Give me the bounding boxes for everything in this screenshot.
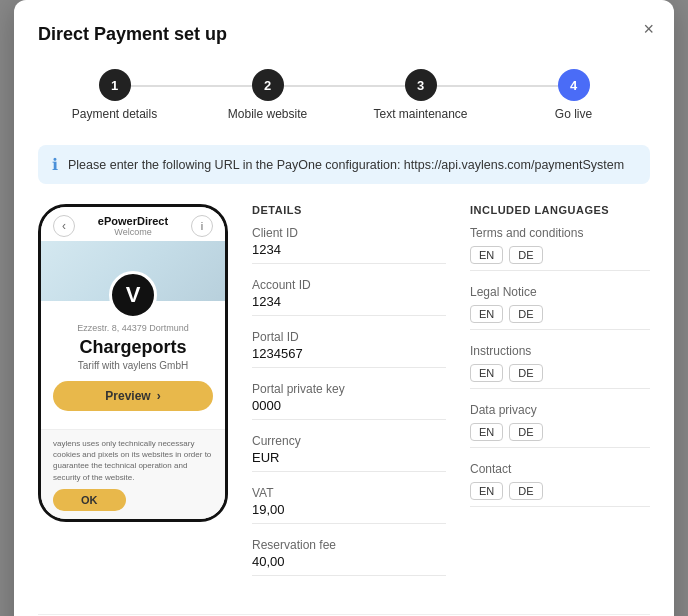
detail-value: 1234567 [252,346,446,368]
lang-button[interactable]: DE [509,482,542,500]
lang-items: Terms and conditions ENDE Legal Notice E… [470,226,650,507]
phone-footer-text: vaylens uses only technically necessary … [53,438,213,483]
detail-value: 1234 [252,294,446,316]
detail-label: VAT [252,486,446,500]
detail-value: 1234 [252,242,446,264]
detail-item: Account ID 1234 [252,278,446,316]
modal-title: Direct Payment set up [38,24,650,45]
close-button[interactable]: × [643,20,654,38]
detail-value: 0000 [252,398,446,420]
lang-buttons: ENDE [470,482,650,507]
phone-mockup-container: ‹ ePowerDirect Welcome i V Ezzestr. 8, 4… [38,204,228,590]
phone-mockup: ‹ ePowerDirect Welcome i V Ezzestr. 8, 4… [38,204,228,522]
detail-item: Portal ID 1234567 [252,330,446,368]
phone-title-area: ePowerDirect Welcome [98,215,168,237]
lang-buttons: ENDE [470,364,650,389]
lang-item-label: Instructions [470,344,650,358]
lang-item-label: Legal Notice [470,285,650,299]
detail-value: 19,00 [252,502,446,524]
info-icon: ℹ [52,155,58,174]
phone-app-name: ePowerDirect [98,215,168,227]
step-3: 3 Text maintenance [344,69,497,121]
lang-item: Legal Notice ENDE [470,285,650,330]
modal-container: Direct Payment set up × 1 Payment detail… [14,0,674,616]
step-1-circle: 1 [99,69,131,101]
lang-item-label: Contact [470,462,650,476]
step-4: 4 Go live [497,69,650,121]
lang-buttons: ENDE [470,423,650,448]
languages-section: INCLUDED LANGUAGES Terms and conditions … [470,204,650,590]
detail-label: Portal private key [252,382,446,396]
phone-logo: V [109,271,157,319]
step-3-label: Text maintenance [373,107,467,121]
lang-button[interactable]: EN [470,423,503,441]
lang-item: Data privacy ENDE [470,403,650,448]
details-items: Client ID 1234 Account ID 1234 Portal ID… [252,226,446,576]
phone-welcome: Welcome [98,227,168,237]
details-header: DETAILS [252,204,446,216]
phone-image-area: V [41,241,225,301]
phone-info-icon: i [191,215,213,237]
phone-preview-button[interactable]: Preview › [53,381,213,411]
stepper: 1 Payment details 2 Mobile website 3 Tex… [38,69,650,121]
detail-value: EUR [252,450,446,472]
lang-button[interactable]: EN [470,305,503,323]
lang-item: Contact ENDE [470,462,650,507]
lang-item-label: Data privacy [470,403,650,417]
lang-button[interactable]: EN [470,246,503,264]
detail-item: VAT 19,00 [252,486,446,524]
lang-button[interactable]: DE [509,246,542,264]
lang-buttons: ENDE [470,305,650,330]
phone-back-icon: ‹ [53,215,75,237]
step-4-circle: 4 [558,69,590,101]
lang-item-label: Terms and conditions [470,226,650,240]
detail-label: Account ID [252,278,446,292]
step-2: 2 Mobile website [191,69,344,121]
detail-label: Portal ID [252,330,446,344]
lang-button[interactable]: DE [509,305,542,323]
step-2-circle: 2 [252,69,284,101]
languages-header: INCLUDED LANGUAGES [470,204,650,216]
lang-buttons: ENDE [470,246,650,271]
lang-item: Terms and conditions ENDE [470,226,650,271]
main-content: ‹ ePowerDirect Welcome i V Ezzestr. 8, 4… [38,204,650,590]
step-1-label: Payment details [72,107,157,121]
detail-value: 40,00 [252,554,446,576]
phone-ok-button[interactable]: OK [53,489,126,511]
step-4-label: Go live [555,107,592,121]
phone-footer: vaylens uses only technically necessary … [41,429,225,519]
phone-tariff: Tariff with vaylens GmbH [53,360,213,371]
lang-button[interactable]: DE [509,364,542,382]
lang-button[interactable]: EN [470,482,503,500]
detail-item: Reservation fee 40,00 [252,538,446,576]
detail-label: Reservation fee [252,538,446,552]
step-3-circle: 3 [405,69,437,101]
detail-item: Currency EUR [252,434,446,472]
lang-button[interactable]: EN [470,364,503,382]
lang-button[interactable]: DE [509,423,542,441]
phone-station-name: Chargeports [53,337,213,358]
phone-body: Ezzestr. 8, 44379 Dortmund Chargeports T… [41,301,225,421]
banner-text: Please enter the following URL in the Pa… [68,158,624,172]
step-2-label: Mobile website [228,107,307,121]
phone-header: ‹ ePowerDirect Welcome i [41,207,225,241]
detail-label: Client ID [252,226,446,240]
info-banner: ℹ Please enter the following URL in the … [38,145,650,184]
detail-label: Currency [252,434,446,448]
detail-item: Portal private key 0000 [252,382,446,420]
step-1: 1 Payment details [38,69,191,121]
lang-item: Instructions ENDE [470,344,650,389]
detail-item: Client ID 1234 [252,226,446,264]
phone-address: Ezzestr. 8, 44379 Dortmund [53,323,213,333]
details-section: DETAILS Client ID 1234 Account ID 1234 P… [252,204,446,590]
